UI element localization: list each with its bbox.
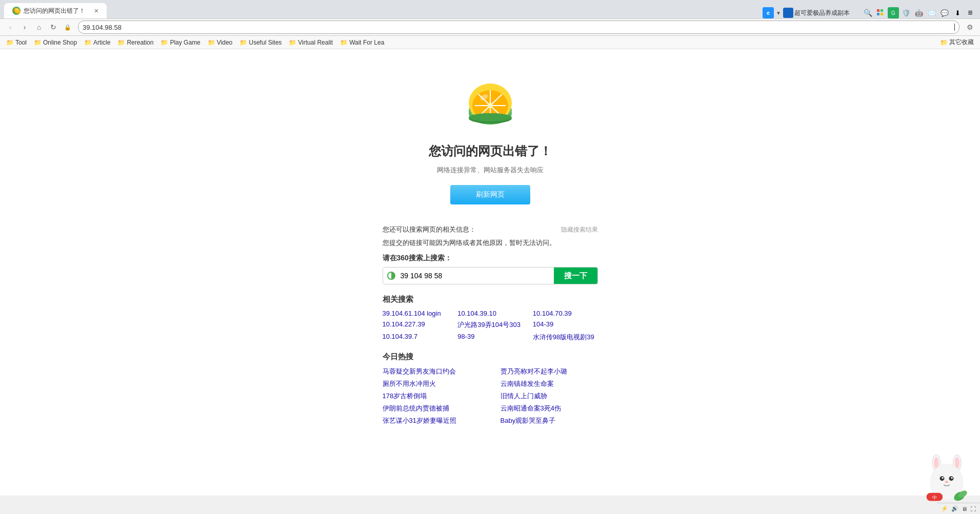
bookmarks-bar: 📁 Tool 📁 Online Shop 📁 Article 📁 Rereati…	[0, 36, 980, 49]
svg-rect-3	[881, 13, 883, 15]
folder-icon: 📁	[940, 39, 948, 46]
hot-link-9[interactable]: Baby观影哭至鼻子	[501, 416, 598, 425]
forward-button[interactable]: ›	[18, 21, 31, 33]
related-link-0[interactable]: 39.104.61.104 login	[383, 310, 448, 317]
tab-close-button[interactable]: ×	[94, 7, 98, 15]
cursor-indicator	[954, 24, 955, 31]
browser-chrome: 🍋 您访问的网页出错了！ × e ▼ 超可爱极品养成副本 🔍 G 🛡️ 🤖	[0, 0, 980, 49]
tab-favicon: 🍋	[12, 7, 21, 15]
mail-icon[interactable]: ✉️	[926, 7, 937, 18]
folder-icon: 📁	[6, 39, 14, 46]
refresh-button[interactable]: 刷新网页	[450, 185, 530, 204]
related-link-7[interactable]: 98-39	[457, 333, 523, 342]
hot-link-1[interactable]: 贾乃亮称对不起李小璐	[501, 367, 598, 376]
svg-rect-0	[877, 9, 879, 12]
folder-icon: 📁	[117, 39, 125, 46]
bookmark-label: Article	[93, 39, 110, 46]
related-link-8[interactable]: 水浒传98版电视剧39	[533, 333, 598, 342]
extension-label-wrap: 超可爱极品养成副本	[783, 8, 850, 18]
hide-results-link[interactable]: 隐藏搜索结果	[561, 225, 598, 234]
bookmark-virtual-realit[interactable]: 📁 Virtual Realit	[286, 38, 336, 47]
bookmark-rereation[interactable]: 📁 Rereation	[114, 38, 156, 47]
error-icon-wrap	[465, 80, 516, 133]
ext-icon1[interactable]	[783, 8, 793, 18]
bookmark-tool[interactable]: 📁 Tool	[3, 38, 30, 47]
folder-icon: 📁	[289, 39, 296, 46]
download-icon[interactable]: ⬇	[952, 7, 963, 18]
game-icon[interactable]: G	[888, 7, 899, 18]
related-link-1[interactable]: 10.104.39.10	[457, 310, 523, 317]
lemon-icon	[465, 80, 516, 131]
search-header: 您还可以搜索网页的相关信息： 隐藏搜索结果	[383, 225, 598, 234]
svg-point-26	[945, 481, 949, 483]
bookmark-label: Useful Sites	[249, 39, 282, 46]
extension-text: 超可爱极品养成副本	[794, 9, 850, 17]
related-title: 相关搜索	[383, 295, 598, 304]
active-tab[interactable]: 🍋 您访问的网页出错了！ ×	[4, 3, 107, 18]
svg-point-16	[469, 113, 512, 121]
bookmark-play-game[interactable]: 📁 Play Game	[157, 38, 203, 47]
bookmark-other[interactable]: 📁 其它收藏	[937, 37, 977, 48]
hot-link-6[interactable]: 伊朗前总统内贾德被捕	[383, 404, 480, 413]
settings-button[interactable]: ⚙	[964, 21, 976, 33]
bookmark-online-shop[interactable]: 📁 Online Shop	[31, 38, 80, 47]
search-submit-button[interactable]: 搜一下	[554, 268, 597, 284]
bookmark-article[interactable]: 📁 Article	[81, 38, 113, 47]
hot-link-0[interactable]: 马蓉疑交新男友海口约会	[383, 367, 480, 376]
search-input[interactable]	[398, 268, 550, 284]
search-icon-btn[interactable]: 🔍	[862, 7, 873, 18]
apps-icon[interactable]	[875, 7, 886, 18]
folder-icon: 📁	[208, 39, 215, 46]
robot-icon[interactable]: 🤖	[913, 7, 925, 18]
related-link-3[interactable]: 10.104.227.39	[383, 320, 448, 330]
reload-button[interactable]: ↻	[47, 21, 59, 33]
ext-dropdown[interactable]: ▼	[776, 10, 781, 16]
chat-icon[interactable]: 💬	[939, 7, 950, 18]
search-info-label: 您还可以搜索网页的相关信息：	[383, 225, 476, 234]
page-content: 您访问的网页出错了！ 网络连接异常、网站服务器失去响应 刷新网页 您还可以搜索网…	[0, 49, 980, 496]
bookmark-label: Play Game	[170, 39, 200, 46]
error-title: 您访问的网页出错了！	[429, 143, 552, 159]
toolbar-right: 🔍 G 🛡️ 🤖 ✉️ 💬 ⬇ ≡	[862, 7, 976, 18]
bookmark-useful-sites[interactable]: 📁 Useful Sites	[236, 38, 285, 47]
hot-grid: 马蓉疑交新男友海口约会 贾乃亮称对不起李小璐 厕所不用水冲用火 云南镇雄发生命案…	[383, 367, 598, 425]
bookmark-label: Online Shop	[43, 39, 77, 46]
menu-icon[interactable]: ≡	[965, 7, 976, 18]
svg-rect-1	[881, 9, 883, 12]
bookmark-video[interactable]: 📁 Video	[205, 38, 235, 47]
folder-icon: 📁	[161, 39, 168, 46]
shield-check-button[interactable]: 🔒	[62, 21, 74, 33]
svg-point-24	[942, 477, 943, 479]
error-subtitle: 网络连接异常、网站服务器失去响应	[437, 166, 544, 175]
tab-bar: 🍋 您访问的网页出错了！ × e ▼ 超可爱极品养成副本 🔍 G 🛡️ 🤖	[0, 0, 980, 18]
related-link-4[interactable]: 沪光路39弄104号303	[457, 320, 523, 330]
related-link-5[interactable]: 104-39	[533, 320, 598, 330]
hot-link-7[interactable]: 云南昭通命案3死4伤	[501, 404, 598, 413]
bookmark-wait-for-lea[interactable]: 📁 Wait For Lea	[337, 38, 387, 47]
hot-link-4[interactable]: 178岁古桥倒塌	[383, 392, 480, 401]
back-button[interactable]: ‹	[4, 21, 16, 33]
hot-title: 今日热搜	[383, 352, 598, 362]
bookmark-label: Virtual Realit	[298, 39, 333, 46]
hot-link-8[interactable]: 张艺谋小31岁娇妻曝近照	[383, 416, 480, 425]
folder-icon: 📁	[34, 39, 42, 46]
related-link-2[interactable]: 10.104.70.39	[533, 310, 598, 317]
bookmark-label: Tool	[15, 39, 27, 46]
bookmark-label: Rereation	[127, 39, 153, 46]
browser-title-right: e ▼ 超可爱极品养成副本 🔍 G 🛡️ 🤖 ✉️ 💬 ⬇ ≡	[763, 7, 976, 18]
address-input[interactable]	[83, 24, 954, 31]
mascot-widget[interactable]: 中	[924, 453, 970, 496]
hot-link-3[interactable]: 云南镇雄发生命案	[501, 379, 598, 388]
related-link-6[interactable]: 10.104.39.7	[383, 333, 448, 342]
bookmark-label: 其它收藏	[949, 38, 974, 47]
edge-icon[interactable]: e	[763, 7, 774, 18]
hot-link-5[interactable]: 旧情人上门威胁	[501, 392, 598, 401]
svg-rect-2	[877, 13, 879, 15]
shield-icon[interactable]: 🛡️	[901, 7, 912, 18]
hot-link-2[interactable]: 厕所不用水冲用火	[383, 379, 480, 388]
tab-title: 您访问的网页出错了！	[24, 7, 90, 15]
svg-point-13	[488, 103, 493, 108]
folder-icon: 📁	[84, 39, 92, 46]
home-button[interactable]: ⌂	[33, 21, 45, 33]
link-info-text: 您提交的链接可能因为网络或者其他原因，暂时无法访问。	[383, 238, 598, 248]
